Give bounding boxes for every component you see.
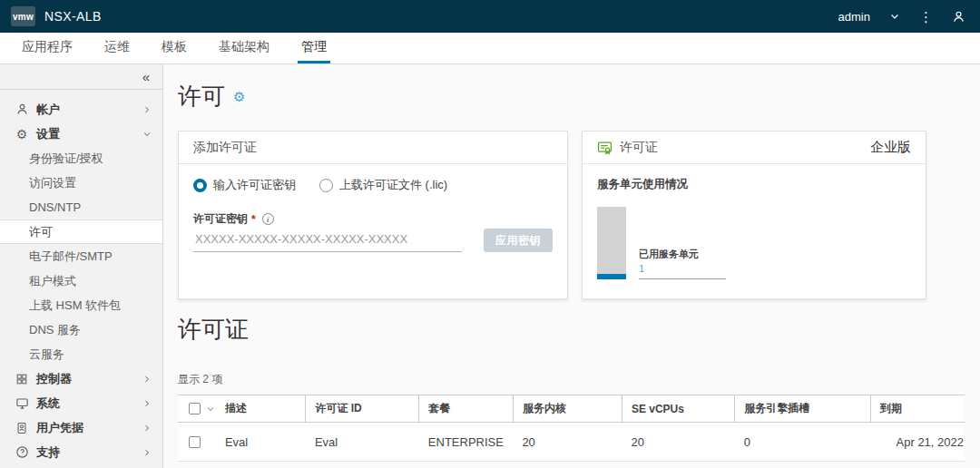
license-input-mode-radios: 输入许可证密钥 上载许可证文件 (.lic) — [193, 177, 553, 193]
chevron-right-icon — [142, 399, 152, 408]
usage-bar-used-segment — [597, 274, 626, 279]
license-key-input-row: 应用密钥 — [193, 229, 553, 252]
user-icon[interactable] — [952, 10, 965, 24]
user-icon — [15, 102, 29, 117]
sidebar-item-cloud-services[interactable]: 云服务 — [0, 342, 162, 366]
apply-key-button[interactable]: 应用密钥 — [484, 229, 553, 252]
items-count: 显示 2 项 — [178, 372, 965, 387]
radio-upload-license-file[interactable]: 上载许可证文件 (.lic) — [319, 177, 447, 193]
chevron-down-icon — [142, 130, 152, 139]
radio-label: 输入许可证密钥 — [213, 177, 296, 193]
sidebar-item-licensing[interactable]: 许可 — [0, 219, 162, 244]
cards-row: 添加许可证 输入许可证密钥 上载许可证文件 (.lic) — [178, 131, 965, 299]
chevron-down-icon[interactable] — [206, 405, 215, 414]
credentials-icon — [15, 421, 29, 435]
sidebar-item-user-credentials[interactable]: 用户凭据 — [0, 415, 162, 440]
radio-enter-license-key[interactable]: 输入许可证密钥 — [193, 177, 296, 193]
select-all-checkbox[interactable] — [189, 403, 201, 414]
collapse-icon: « — [142, 69, 150, 84]
license-key-label-row: 许可证密钥* i — [193, 211, 553, 227]
add-license-card: 添加许可证 输入许可证密钥 上载许可证文件 (.lic) — [178, 131, 568, 299]
username: admin — [838, 10, 870, 24]
kebab-menu-icon[interactable]: ⋮ — [919, 10, 933, 24]
sidebar-nav: 帐户 ⚙ 设置 身份验证/授权 访问设置 DNS/NTP 许可 电子邮件/SMT… — [0, 90, 162, 464]
sidebar-item-dns-ntp[interactable]: DNS/NTP — [0, 195, 162, 219]
tab-applications[interactable]: 应用程序 — [18, 33, 76, 63]
licenses-table: 描述 许可证 ID 套餐 服务内核 SE vCPUs 服务引擎插槽 到期 Eva… — [178, 395, 965, 462]
sidebar-collapse[interactable]: « — [0, 64, 162, 90]
required-marker: * — [251, 213, 256, 226]
controller-icon — [15, 372, 29, 386]
sidebar-item-tenant-mode[interactable]: 租户模式 — [0, 268, 162, 293]
column-header-service-cores[interactable]: 服务内核 — [513, 395, 622, 423]
column-header-se-vcpus[interactable]: SE vCPUs — [622, 395, 734, 423]
column-header-license-id[interactable]: 许可证 ID — [306, 395, 419, 423]
sidebar-item-upload-hsm[interactable]: 上载 HSM 软件包 — [0, 293, 162, 317]
sidebar-item-settings[interactable]: ⚙ 设置 — [0, 122, 162, 146]
info-icon[interactable]: i — [262, 213, 274, 225]
radio-label: 上载许可证文件 (.lic) — [339, 177, 447, 193]
cell-tier: ENTERPRISE — [419, 423, 514, 462]
column-header-expiry[interactable]: 到期 — [871, 395, 965, 423]
chevron-right-icon — [142, 375, 152, 384]
select-all-header — [178, 395, 216, 423]
sidebar-item-access-settings[interactable]: 访问设置 — [0, 171, 162, 195]
cell-expiry: Apr 21, 2022 — [871, 423, 965, 462]
license-key-input[interactable] — [193, 229, 462, 252]
row-checkbox[interactable] — [189, 436, 201, 448]
service-units-usage-title: 服务单元使用情况 — [597, 177, 911, 192]
chevron-right-icon — [142, 448, 152, 457]
used-service-units-label: 已用服务单元 — [639, 248, 726, 261]
chevron-right-icon — [142, 105, 152, 114]
product-name: NSX-ALB — [44, 9, 102, 24]
add-license-card-header: 添加许可证 — [179, 132, 567, 164]
main-content: 许可 ⚙ 添加许可证 输入许可证密钥 上载许可 — [163, 64, 980, 468]
add-license-card-body: 输入许可证密钥 上载许可证文件 (.lic) 许可证密钥* i 应用密钥 — [179, 164, 567, 252]
cell-se-vcpus: 20 — [622, 423, 734, 462]
sidebar-item-system[interactable]: 系统 — [0, 391, 162, 415]
tab-operations[interactable]: 运维 — [101, 33, 133, 63]
column-header-tier[interactable]: 套餐 — [419, 395, 514, 423]
page-title: 许可 — [178, 81, 225, 112]
license-summary-body: 服务单元使用情况 已用服务单元 1 — [583, 164, 926, 279]
sidebar: « 帐户 ⚙ 设置 身份验证/授权 访问设置 DNS/NTP — [0, 64, 163, 468]
cell-license-id: Eval — [306, 423, 419, 462]
usage-bar — [597, 207, 626, 279]
column-header-description[interactable]: 描述 — [216, 395, 306, 423]
system-icon — [15, 396, 29, 411]
sidebar-item-controller[interactable]: 控制器 — [0, 366, 162, 391]
license-summary-card: 许可证 企业版 服务单元使用情况 已用服务单元 1 — [582, 131, 926, 299]
vmware-logo[interactable]: vmw — [11, 6, 35, 26]
gear-icon: ⚙ — [15, 127, 29, 141]
license-key-label: 许可证密钥 — [193, 211, 248, 227]
table-row[interactable]: Eval Eval ENTERPRISE 20 20 0 Apr 21, 202… — [178, 423, 965, 462]
add-license-card-title: 添加许可证 — [193, 140, 257, 156]
licensing-settings-gear-icon[interactable]: ⚙ — [233, 90, 245, 103]
chevron-down-icon[interactable] — [889, 11, 900, 22]
service-units-bar-chart: 已用服务单元 1 — [597, 207, 911, 279]
topbar: vmw NSX-ALB admin ⋮ — [0, 0, 980, 33]
cell-description: Eval — [216, 423, 306, 462]
license-summary-title: 许可证 — [620, 140, 658, 156]
vmware-logo-text: vmw — [13, 12, 34, 22]
sidebar-item-accounts[interactable]: 帐户 — [0, 97, 162, 122]
license-certificate-icon — [597, 140, 612, 155]
cell-se-slots: 0 — [735, 423, 871, 462]
cell-service-cores: 20 — [513, 423, 622, 462]
sidebar-item-support[interactable]: 支持 — [0, 440, 162, 464]
support-icon — [15, 445, 29, 460]
column-header-se-slots[interactable]: 服务引擎插槽 — [735, 395, 871, 423]
tab-administration[interactable]: 管理 — [298, 33, 330, 63]
sidebar-item-authentication[interactable]: 身份验证/授权 — [0, 146, 162, 171]
table-header-row: 描述 许可证 ID 套餐 服务内核 SE vCPUs 服务引擎插槽 到期 — [178, 395, 965, 423]
radio-selected-icon — [193, 179, 207, 192]
tab-templates[interactable]: 模板 — [158, 33, 191, 63]
row-select-cell — [178, 423, 216, 462]
license-tier-badge: 企业版 — [870, 139, 911, 156]
sidebar-item-label: 帐户 — [36, 102, 60, 118]
sidebar-item-dns-service[interactable]: DNS 服务 — [0, 317, 162, 342]
topbar-right: admin ⋮ — [838, 10, 965, 24]
tab-infrastructure[interactable]: 基础架构 — [215, 33, 273, 63]
licenses-section-title: 许可证 — [178, 314, 965, 345]
sidebar-item-email-smtp[interactable]: 电子邮件/SMTP — [0, 244, 162, 268]
